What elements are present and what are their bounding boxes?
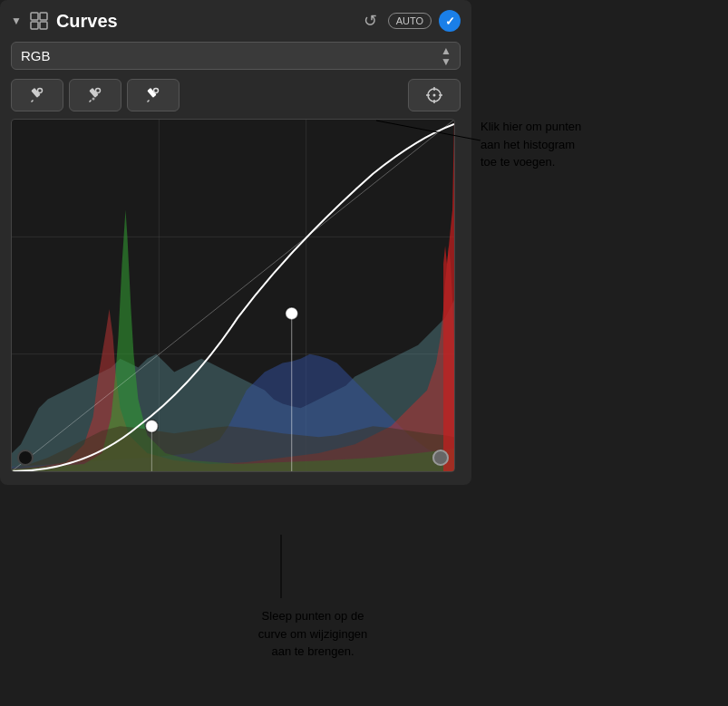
curves-svg: [12, 120, 454, 471]
eyedropper-mid-button[interactable]: [69, 79, 121, 111]
grid-icon: [29, 11, 49, 31]
eyedropper-light-icon: [144, 86, 162, 104]
collapse-arrow-icon[interactable]: ▼: [11, 15, 22, 27]
target-crosshair-button[interactable]: [408, 79, 461, 111]
svg-point-16: [433, 94, 436, 97]
eyedropper-dark-icon: [28, 86, 46, 104]
svg-point-7: [96, 89, 101, 93]
auto-button[interactable]: AUTO: [388, 13, 432, 29]
confirm-button[interactable]: [439, 10, 461, 32]
eyedropper-dark-button[interactable]: [11, 79, 63, 111]
white-point-slider[interactable]: [432, 450, 449, 466]
undo-button[interactable]: ↺: [360, 9, 381, 33]
svg-point-5: [38, 89, 43, 93]
callout-bottom-text: Sleep punten op decurve om wijzigingenaa…: [213, 607, 413, 661]
svg-rect-1: [40, 13, 47, 20]
channel-selector-wrapper: RGB ▲ ▼: [11, 42, 461, 70]
black-point-slider[interactable]: [17, 450, 34, 466]
svg-rect-0: [31, 13, 38, 20]
eyedropper-mid-icon: [86, 86, 104, 104]
crosshair-icon: [424, 85, 444, 105]
channel-select[interactable]: RGB: [11, 42, 461, 70]
svg-point-8: [92, 98, 95, 101]
panel-title: Curves: [56, 11, 353, 32]
eyedropper-light-button[interactable]: [127, 79, 180, 111]
callout-right-text: Klik hier om puntenaan het histogramtoe …: [480, 118, 680, 171]
tool-row: [11, 79, 461, 111]
svg-point-10: [154, 89, 159, 93]
header-row: ▼ Curves ↺ AUTO: [11, 9, 461, 33]
curves-panel: ▼ Curves ↺ AUTO RGB ▲ ▼: [0, 0, 471, 485]
curves-canvas-area[interactable]: [11, 119, 455, 472]
svg-rect-2: [31, 22, 38, 29]
svg-rect-3: [40, 22, 47, 29]
